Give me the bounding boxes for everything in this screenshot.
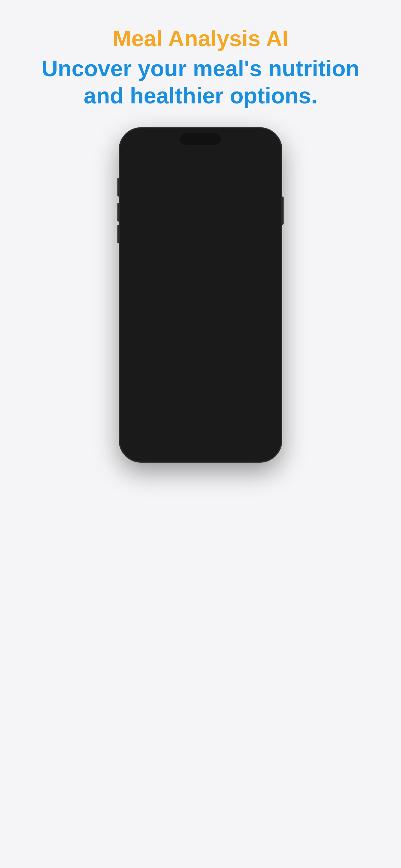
nav-add-button[interactable]: +	[180, 438, 197, 454]
tab-wlb[interactable]: WLB	[162, 168, 201, 178]
bottom-nav: 🏠 + 🔔 b	[123, 436, 278, 458]
header-controls: ☀️ 💬	[236, 155, 272, 163]
hero-section: Meal Analysis AI Uncover your meal's nut…	[0, 25, 401, 109]
nav-home[interactable]: 🏠	[134, 442, 142, 450]
avatar-icon: 👤	[130, 155, 138, 162]
toggle-knob	[243, 156, 249, 162]
svg-line-6	[162, 447, 164, 449]
shrimp-overlay	[123, 189, 278, 274]
nav-person[interactable]	[259, 442, 267, 450]
user-avatar[interactable]: 👤	[129, 153, 139, 164]
app-logo: 🌟 Weight Loss Buddy	[154, 155, 222, 163]
post-text-1: The image shows seasoned and possibly gr…	[127, 292, 274, 304]
nav-search[interactable]	[158, 442, 165, 449]
post-user-avatar	[127, 278, 139, 289]
phone-mockup: 👤 🌟 Weight Loss Buddy ☀️ 💬	[119, 128, 282, 462]
menu-bar-3	[265, 160, 272, 161]
filter-bar: Adjust the filter to fit you Filter ⚡	[123, 179, 278, 189]
svg-point-8	[261, 443, 265, 446]
chat-icon[interactable]: 💬	[253, 155, 262, 163]
tab-bar: Trending WLB Following Groups	[123, 167, 278, 179]
hero-title-blue: Uncover your meal's nutrition and health…	[19, 55, 382, 109]
svg-point-4	[132, 281, 134, 283]
menu-bar-2	[265, 158, 272, 159]
nav-bell[interactable]: 🔔	[212, 442, 221, 450]
tab-following[interactable]: Following	[201, 167, 239, 179]
toggle-button[interactable]: ☀️	[236, 155, 249, 163]
star-badge-icon: ✦	[270, 192, 275, 200]
post-header: Norton 🔶 SW: N/A | CW: N/A | GW: N/A	[127, 278, 274, 289]
post-user-info: Norton 🔶 SW: N/A | CW: N/A | GW: N/A	[142, 278, 274, 287]
toggle-sun-icon: ☀️	[237, 157, 242, 161]
tab-groups[interactable]: Groups	[239, 167, 278, 179]
username-text: Norton	[142, 278, 156, 283]
verified-icon: 🔶	[157, 278, 162, 283]
post-text-2: It's difficult to give an exact calorie …	[127, 308, 274, 320]
post-stats: SW: N/A | CW: N/A | GW: N/A	[142, 284, 274, 287]
post-username: Norton 🔶	[142, 278, 274, 283]
tab-trending[interactable]: Trending	[123, 167, 162, 179]
screen-content: 👤 🌟 Weight Loss Buddy ☀️ 💬	[123, 131, 278, 458]
filter-label: Filter	[257, 182, 267, 187]
post-text-3: On average, four large boiled or steamed…	[127, 324, 274, 336]
app-name: Weight Loss Buddy	[163, 155, 222, 162]
phone-screen: 👤 🌟 Weight Loss Buddy ☀️ 💬	[123, 131, 278, 458]
hero-title-orange: Meal Analysis AI	[19, 25, 382, 52]
food-image: ✦	[123, 189, 278, 274]
svg-text:b: b	[237, 443, 240, 449]
filter-button[interactable]: Filter ⚡	[257, 182, 274, 187]
menu-bar-1	[265, 157, 272, 157]
logo-icon: 🌟	[154, 155, 162, 163]
filter-icon: ⚡	[268, 182, 274, 187]
menu-button[interactable]	[265, 157, 272, 161]
nav-b-icon[interactable]: b	[236, 442, 243, 449]
app-header: 👤 🌟 Weight Loss Buddy ☀️ 💬	[123, 131, 278, 167]
post-content: Norton 🔶 SW: N/A | CW: N/A | GW: N/A The…	[123, 274, 278, 458]
filter-hint: Adjust the filter to fit you	[127, 182, 167, 187]
